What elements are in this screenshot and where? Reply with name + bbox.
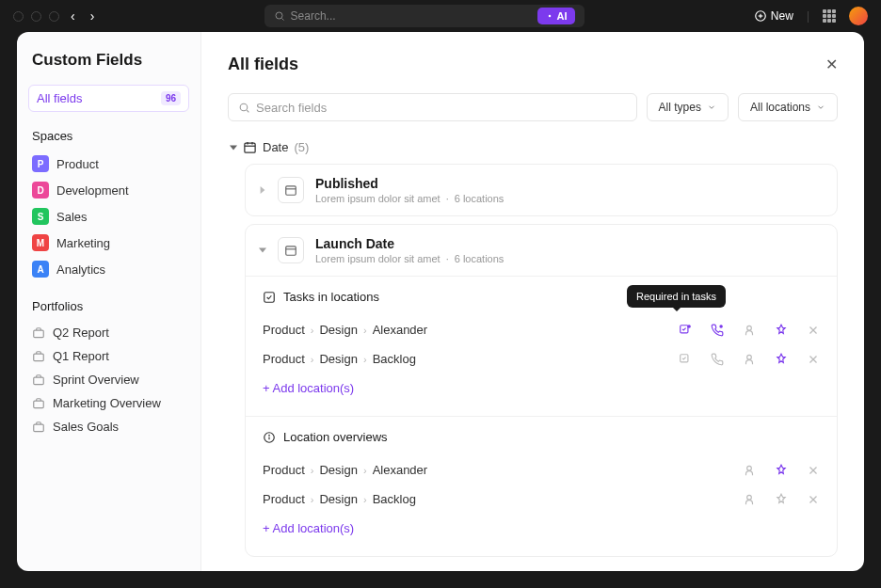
pin-icon[interactable]	[775, 353, 788, 366]
info-icon	[263, 431, 276, 444]
nav-back-icon[interactable]: ‹	[71, 8, 75, 24]
sidebar-space-item[interactable]: DDevelopment	[28, 177, 189, 203]
svg-line-1	[281, 19, 283, 21]
pin-icon[interactable]	[775, 464, 788, 477]
remove-icon[interactable]	[807, 324, 820, 337]
checkbox-icon	[263, 291, 276, 304]
overviews-panel-header: Location overviews	[263, 430, 820, 444]
location-row: Product› Design› Backlog	[263, 344, 820, 373]
svg-point-26	[688, 325, 690, 326]
breadcrumb[interactable]: Product› Design› Backlog	[263, 492, 416, 506]
sidebar-space-item[interactable]: MMarketing	[28, 230, 189, 256]
calendar-icon	[243, 140, 257, 154]
remove-icon[interactable]	[807, 353, 820, 366]
sidebar-portfolio-item[interactable]: Marketing Overview	[28, 391, 189, 415]
svg-rect-6	[34, 330, 44, 338]
svg-point-32	[747, 355, 752, 359]
pin-icon[interactable]	[775, 324, 788, 337]
sidebar-space-item[interactable]: PProduct	[28, 151, 189, 177]
svg-point-41	[747, 495, 752, 500]
space-icon: D	[32, 182, 49, 199]
required-task-icon[interactable]	[679, 324, 692, 337]
sidebar-portfolio-item[interactable]: Q2 Report	[28, 321, 189, 344]
user-icon[interactable]	[743, 464, 756, 477]
user-icon[interactable]	[743, 353, 756, 366]
sidebar-portfolio-item[interactable]: Sprint Overview	[28, 368, 189, 391]
global-search-input[interactable]: Search... AI	[264, 5, 585, 27]
apps-grid-icon[interactable]	[823, 9, 836, 23]
page-title: All fields	[228, 55, 298, 74]
space-label: Analytics	[56, 262, 105, 277]
svg-rect-7	[34, 354, 44, 361]
sidebar-portfolio-item[interactable]: Sales Goals	[28, 415, 189, 438]
phone-icon[interactable]	[711, 353, 724, 366]
sidebar-space-item[interactable]: AAnalytics	[28, 256, 189, 282]
remove-icon[interactable]	[807, 493, 820, 506]
search-placeholder: Search...	[291, 9, 336, 23]
space-icon: P	[32, 155, 49, 172]
add-location-button[interactable]: + Add location(s)	[263, 373, 820, 403]
sidebar-title: Custom Fields	[28, 51, 189, 70]
field-card-launch-date[interactable]: Launch Date Lorem ipsum dolor sit amet·6…	[245, 224, 838, 557]
portfolios-header: Portfolios	[28, 299, 189, 313]
space-icon: M	[32, 234, 49, 251]
tasks-panel-header: Tasks in locations	[263, 290, 820, 304]
new-button[interactable]: New	[754, 9, 793, 23]
portfolio-label: Q1 Report	[53, 349, 109, 363]
window-controls[interactable]	[13, 11, 59, 22]
space-label: Product	[56, 157, 99, 171]
space-icon: A	[32, 261, 49, 278]
breadcrumb[interactable]: Product› Design› Backlog	[263, 352, 416, 366]
portfolio-label: Sprint Overview	[53, 373, 139, 387]
field-meta: Lorem ipsum dolor sit amet·6 locations	[315, 253, 504, 264]
space-icon: S	[32, 208, 49, 225]
plus-circle-icon	[754, 9, 767, 23]
svg-point-2	[548, 15, 551, 18]
svg-rect-22	[286, 246, 296, 255]
field-meta: Lorem ipsum dolor sit amet·6 locations	[315, 193, 504, 204]
briefcase-icon	[32, 373, 45, 387]
field-group-header[interactable]: Date (5)	[228, 140, 838, 154]
nav-forward-icon[interactable]: ›	[90, 8, 95, 24]
location-row: Required in tasks Product› Design› Alexa…	[263, 315, 820, 344]
breadcrumb[interactable]: Product› Design› Alexander	[263, 323, 427, 337]
user-icon[interactable]	[743, 324, 756, 337]
sidebar-space-item[interactable]: SSales	[28, 203, 189, 230]
breadcrumb[interactable]: Product› Design› Alexander	[263, 463, 427, 477]
portfolio-label: Sales Goals	[53, 420, 119, 434]
svg-marker-21	[259, 248, 266, 253]
spaces-header: Spaces	[28, 129, 189, 143]
svg-marker-13	[230, 145, 237, 150]
search-fields-input[interactable]: Search fields	[228, 93, 637, 121]
close-icon[interactable]: ✕	[825, 56, 838, 73]
svg-rect-9	[34, 401, 44, 408]
space-label: Sales	[56, 210, 88, 224]
user-icon[interactable]	[743, 493, 756, 506]
sidebar-all-fields[interactable]: All fields 96	[28, 85, 189, 112]
required-task-icon[interactable]	[679, 353, 692, 366]
field-card-published[interactable]: Published Lorem ipsum dolor sit amet·6 l…	[245, 164, 838, 216]
chevron-down-icon	[707, 103, 716, 112]
search-icon	[274, 10, 285, 22]
remove-icon[interactable]	[807, 464, 820, 477]
briefcase-icon	[32, 397, 45, 410]
svg-rect-14	[245, 143, 255, 152]
add-location-button[interactable]: + Add location(s)	[263, 514, 820, 543]
phone-icon[interactable]	[711, 324, 724, 337]
user-avatar[interactable]	[849, 7, 868, 25]
sparkle-icon	[545, 11, 554, 21]
sidebar-portfolio-item[interactable]: Q1 Report	[28, 344, 189, 368]
filter-types[interactable]: All types	[647, 93, 729, 121]
caret-right-icon[interactable]	[259, 186, 266, 194]
portfolio-label: Q2 Report	[53, 326, 109, 340]
filter-locations[interactable]: All locations	[738, 93, 838, 121]
space-label: Marketing	[56, 236, 110, 250]
svg-point-0	[276, 12, 282, 19]
all-fields-count: 96	[161, 91, 181, 105]
caret-down-icon[interactable]	[259, 246, 266, 254]
location-row: Product› Design› Alexander	[263, 455, 820, 485]
pin-icon[interactable]	[775, 493, 788, 506]
svg-marker-18	[261, 186, 265, 194]
svg-point-27	[720, 325, 722, 326]
ai-button[interactable]: AI	[537, 8, 575, 24]
